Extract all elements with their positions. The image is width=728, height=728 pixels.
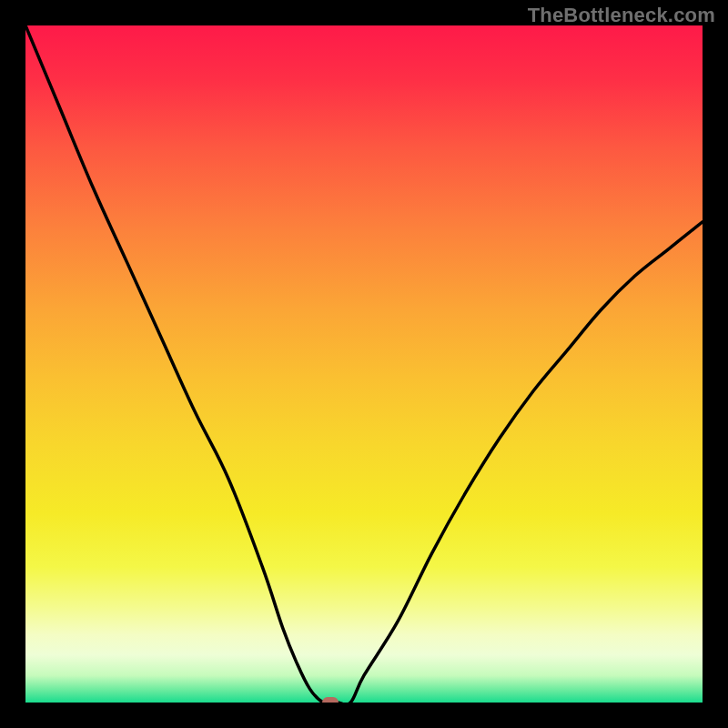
watermark-text: TheBottleneck.com [528,4,715,27]
minimum-marker [322,697,339,703]
curve-svg [25,25,703,703]
bottleneck-curve [25,25,703,703]
plot-area [25,25,703,703]
chart-frame: TheBottleneck.com [0,0,728,728]
